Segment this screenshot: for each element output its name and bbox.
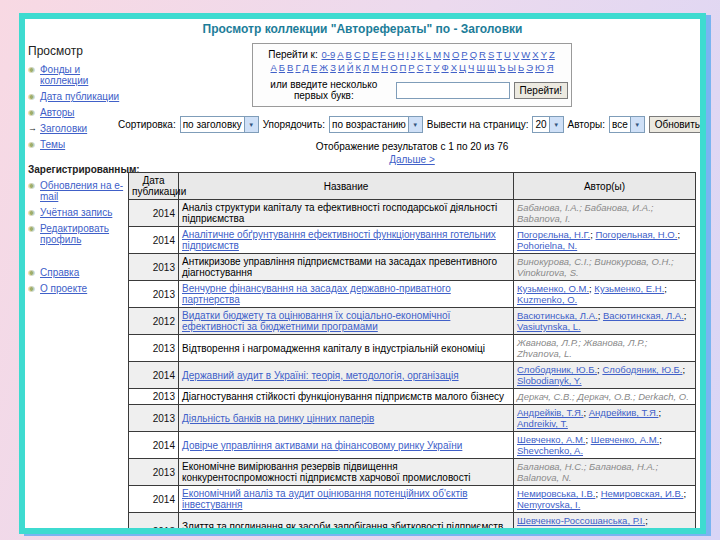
item-title-link[interactable]: Економічний аналіз та аудит оцінювання п… — [182, 488, 468, 510]
author-link[interactable]: Кузьменко, Е.Н. — [594, 283, 664, 294]
author-link[interactable]: Немировська, І.В. — [517, 488, 595, 499]
author-link[interactable]: Васютинська, Л.А. — [517, 310, 598, 321]
next-page-link[interactable]: Дальше > — [389, 154, 435, 165]
jump-letter-link[interactable]: Х — [451, 62, 457, 73]
author-link[interactable]: Shevchenko, A. — [517, 445, 583, 456]
jump-letter-link[interactable]: Ц — [459, 62, 466, 73]
perpage-select[interactable]: 20 ▼ — [532, 116, 563, 133]
author-link[interactable]: Андрейків, Т.Я. — [517, 407, 583, 418]
sidebar-item-registered-1-link[interactable]: Учётная запись — [40, 207, 112, 218]
jump-letter-link[interactable]: Ш — [476, 62, 485, 73]
jump-letter-link[interactable]: K — [418, 49, 424, 60]
jump-letter-link[interactable]: F — [380, 49, 386, 60]
sidebar-item-help-0-link[interactable]: Справка — [40, 267, 79, 278]
jump-letter-link[interactable]: Ь — [518, 62, 524, 73]
jump-letter-link[interactable]: P — [461, 49, 467, 60]
author-link[interactable]: Слободяник, Ю.Б. — [517, 364, 597, 375]
jump-letter-link[interactable]: Е — [311, 62, 317, 73]
author-link[interactable]: Kuzmenko, O. — [517, 294, 577, 305]
sidebar-item-browse-4-link[interactable]: Темы — [40, 139, 65, 150]
jump-letter-link[interactable]: V — [513, 49, 519, 60]
jump-letter-link[interactable]: Т — [426, 62, 432, 73]
sidebar-item-browse-1-link[interactable]: Дата публикации — [40, 91, 119, 102]
author-link[interactable]: Слободяник, Ю.Б. — [602, 364, 682, 375]
jump-letter-link[interactable]: У — [433, 62, 439, 73]
sidebar-item-browse-0-link[interactable]: Фонды и коллекции — [40, 64, 126, 86]
author-link[interactable]: Vasiutynska, L. — [517, 321, 581, 332]
jump-letter-link[interactable]: Ж — [319, 62, 328, 73]
author-link[interactable]: Андрейкив, Т.Я. — [589, 407, 659, 418]
jump-letter-link[interactable]: Щ — [487, 62, 496, 73]
jump-letter-link[interactable]: И — [338, 62, 345, 73]
jump-letter-link[interactable]: Ф — [441, 62, 448, 73]
sidebar-item-registered-0-link[interactable]: Обновления на e-mail — [40, 180, 126, 202]
jump-letter-link[interactable]: W — [521, 49, 530, 60]
jump-letter-link[interactable]: М — [371, 62, 379, 73]
author-link[interactable]: Васютинская, Л.А. — [603, 310, 684, 321]
jump-letter-link[interactable]: Р — [408, 62, 414, 73]
author-link[interactable]: Andreikiv, T. — [517, 418, 568, 429]
jump-letter-link[interactable]: I — [406, 49, 409, 60]
author-link[interactable]: Шевченко-Россошанська, Р.І. — [517, 515, 645, 526]
jump-letter-link[interactable]: Л — [363, 62, 369, 73]
update-button[interactable]: Обновить — [649, 116, 706, 133]
jump-letter-link[interactable]: T — [496, 49, 502, 60]
jump-letter-link[interactable]: S — [488, 49, 494, 60]
jump-letter-link[interactable]: П — [400, 62, 407, 73]
sidebar-item-browse-2-link[interactable]: Авторы — [40, 107, 75, 118]
author-link[interactable]: Pohorielna, N. — [517, 240, 577, 251]
jump-letter-link[interactable]: M — [433, 49, 441, 60]
jump-letter-link[interactable]: Ы — [508, 62, 516, 73]
jump-letter-link[interactable]: Э — [526, 62, 533, 73]
jump-letter-link[interactable]: Я — [547, 62, 554, 73]
item-title-link[interactable]: Видатки бюджету та оцінювання їх соціаль… — [182, 310, 450, 332]
sidebar-item-help-1-link[interactable]: О проекте — [40, 283, 87, 294]
author-link[interactable]: Шевченко, А.М. — [517, 434, 585, 445]
author-link[interactable]: Погорєльна, Н.Г. — [517, 229, 590, 240]
jump-letter-link[interactable]: O — [452, 49, 459, 60]
author-link[interactable]: Nemyrovska, I. — [517, 499, 580, 510]
jump-letter-link[interactable]: G — [388, 49, 395, 60]
jump-letter-link[interactable]: H — [397, 49, 404, 60]
jump-letter-link[interactable]: К — [356, 62, 362, 73]
jump-letter-link[interactable]: X — [532, 49, 538, 60]
jump-letter-link[interactable]: Ч — [468, 62, 474, 73]
authors-select[interactable]: все ▼ — [609, 116, 645, 133]
jump-letter-link[interactable]: Ю — [535, 62, 545, 73]
jump-letter-link[interactable]: R — [479, 49, 486, 60]
jump-letter-link[interactable]: Ъ — [498, 62, 506, 73]
jump-letter-link[interactable]: Q — [470, 49, 477, 60]
author-link[interactable]: Шевченко, А.М. — [591, 434, 659, 445]
order-select[interactable]: по возрастанию ▼ — [329, 116, 423, 133]
jump-letter-link[interactable]: В — [287, 62, 293, 73]
jump-letter-link[interactable]: J — [411, 49, 416, 60]
jump-letter-link[interactable]: Н — [381, 62, 388, 73]
sort-select[interactable]: по заголовку ▼ — [180, 116, 259, 133]
go-button[interactable]: Перейти! — [514, 82, 568, 99]
jump-letter-link[interactable]: Z — [549, 49, 555, 60]
sidebar-item-registered-2-link[interactable]: Редактировать профиль — [40, 223, 126, 245]
jump-letter-link[interactable]: З — [330, 62, 336, 73]
author-link[interactable]: Немировская, И.В. — [601, 488, 684, 499]
jump-letter-link[interactable]: L — [426, 49, 431, 60]
item-title-link[interactable]: Аналітичне обґрунтування ефективності фу… — [182, 229, 496, 251]
jump-letter-link[interactable]: Й — [347, 62, 354, 73]
jump-letter-link[interactable]: C — [354, 49, 361, 60]
jump-letter-link[interactable]: N — [443, 49, 450, 60]
item-title-link[interactable]: Державний аудит в Україні: теорія, метод… — [182, 370, 459, 381]
item-title-link[interactable]: Довірче управління активами на фінансово… — [182, 440, 462, 451]
jump-letter-link[interactable]: Б — [279, 62, 285, 73]
item-title-link[interactable]: Діяльність банків на ринку цінних папері… — [182, 413, 374, 424]
first-letters-input[interactable] — [396, 82, 510, 99]
jump-letter-link[interactable]: Г — [295, 62, 300, 73]
jump-letter-link[interactable]: E — [372, 49, 378, 60]
jump-letter-link[interactable]: U — [504, 49, 511, 60]
jump-letter-link[interactable]: Д — [303, 62, 309, 73]
author-link[interactable]: Кузьменко, О.М. — [517, 283, 589, 294]
jump-letter-link[interactable]: О — [390, 62, 397, 73]
author-link[interactable]: Slobodianyk, Y. — [517, 375, 582, 386]
jump-letter-link[interactable]: 0-9 — [322, 49, 336, 60]
jump-letter-link[interactable]: A — [337, 49, 343, 60]
author-link[interactable]: Погорельная, Н.О. — [596, 229, 678, 240]
jump-letter-link[interactable]: Y — [541, 49, 547, 60]
